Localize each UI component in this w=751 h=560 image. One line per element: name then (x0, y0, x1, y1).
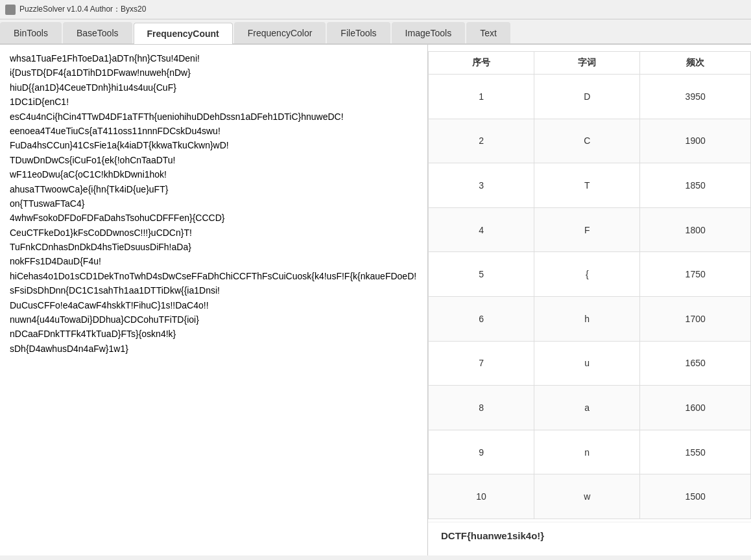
col-header-count: 频次 (640, 52, 751, 75)
cell-count: 1550 (640, 430, 751, 474)
cell-word: T (534, 163, 640, 208)
table-row: 10w1500 (429, 474, 751, 519)
table-row: 5{1750 (429, 252, 751, 297)
cell-rank: 7 (429, 341, 534, 386)
cell-count: 1800 (640, 207, 751, 252)
cell-rank: 2 (429, 119, 534, 163)
tab-bintools[interactable]: BinTools (0, 22, 62, 43)
cell-rank: 10 (429, 474, 534, 519)
cell-count: 3950 (640, 75, 751, 119)
cell-rank: 1 (429, 75, 534, 119)
cell-word: { (534, 252, 640, 297)
cell-word: n (534, 430, 640, 474)
result-text: DCTF{huanwe1sik4o!} (428, 522, 751, 549)
cell-rank: 5 (429, 252, 534, 297)
frequency-table: 序号 字词 频次 1D39502C19003T18504F18005{17506… (428, 51, 751, 519)
cell-word: C (534, 119, 640, 163)
table-row: 8a1600 (429, 386, 751, 430)
cell-word: a (534, 386, 640, 430)
cell-rank: 8 (429, 386, 534, 430)
col-header-word: 字词 (534, 52, 640, 75)
table-row: 9n1550 (429, 430, 751, 474)
cell-word: h (534, 296, 640, 341)
tab-bar: BinTools BaseTools FrequencyCount Freque… (0, 19, 751, 45)
cell-count: 1700 (640, 296, 751, 341)
tab-frequencycolor[interactable]: FrequencyColor (234, 22, 326, 43)
cell-count: 1900 (640, 119, 751, 163)
cell-word: u (534, 341, 640, 386)
cell-word: F (534, 207, 640, 252)
cell-count: 1600 (640, 386, 751, 430)
cell-rank: 4 (429, 207, 534, 252)
app-icon (5, 5, 16, 15)
title-bar: PuzzleSolver v1.0.4 Author：Byxs20 (0, 0, 751, 19)
cell-rank: 6 (429, 296, 534, 341)
cell-word: D (534, 75, 640, 119)
tab-basetools[interactable]: BaseTools (63, 22, 132, 43)
input-text-area[interactable]: whsa1TuaFe1FhToeDa1}aDTn{hn}CTsu!4Deni! … (10, 51, 421, 549)
cell-count: 1500 (640, 474, 751, 519)
table-row: 6h1700 (429, 296, 751, 341)
cell-count: 1650 (640, 341, 751, 386)
cell-count: 1850 (640, 163, 751, 208)
app-title: PuzzleSolver v1.0.4 Author：Byxs20 (19, 4, 146, 15)
left-panel: whsa1TuaFe1FhToeDa1}aDTn{hn}CTsu!4Deni! … (0, 45, 428, 555)
table-row: 2C1900 (429, 119, 751, 163)
cell-rank: 9 (429, 430, 534, 474)
tab-imagetools[interactable]: ImageTools (392, 22, 466, 43)
tab-text[interactable]: Text (466, 22, 510, 43)
cell-count: 1750 (640, 252, 751, 297)
col-header-rank: 序号 (429, 52, 534, 75)
tab-frequencycount[interactable]: FrequencyCount (134, 23, 233, 44)
table-row: 3T1850 (429, 163, 751, 208)
cell-rank: 3 (429, 163, 534, 208)
main-content: whsa1TuaFe1FhToeDa1}aDTn{hn}CTsu!4Deni! … (0, 45, 751, 555)
tab-filetools[interactable]: FileTools (327, 22, 390, 43)
cell-word: w (534, 474, 640, 519)
table-row: 4F1800 (429, 207, 751, 252)
right-panel: 序号 字词 频次 1D39502C19003T18504F18005{17506… (428, 45, 751, 555)
table-row: 1D3950 (429, 75, 751, 119)
table-row: 7u1650 (429, 341, 751, 386)
